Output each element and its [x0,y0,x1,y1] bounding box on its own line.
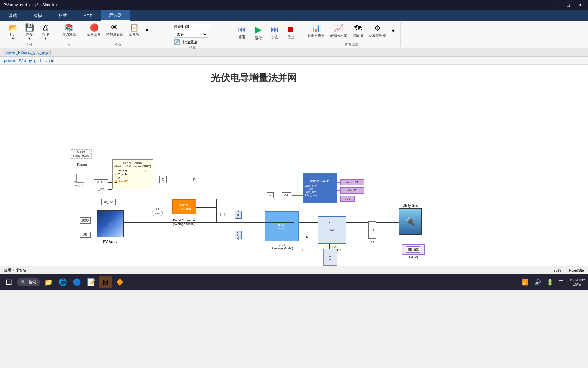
iabc-b1-block[interactable]: Iabc_B1 [340,187,364,194]
tab-model[interactable]: 建模 [25,10,50,21]
print-button[interactable]: 🖨 打印 ▼ [38,22,53,42]
uref-in: Uref [305,187,317,190]
tab-scope[interactable]: 示波器 [101,10,130,21]
sim-run-group: ⏮ 步退 ▶ 运行 ⏭ 步进 ⏹ 停止 [232,22,301,47]
mode-row: 加速 普通 [174,31,211,38]
logic-analyzer-button[interactable]: 📈 逻辑分析仪 [328,22,349,40]
vdc-signal-block[interactable]: Vdc [282,192,291,198]
ime-icon[interactable]: 中 [557,277,566,287]
stop-button[interactable]: ⏹ 停止 [283,23,298,41]
minimize-button[interactable]: ─ [553,2,561,9]
step-back-button[interactable]: ⏮ 步退 [234,23,249,41]
abc-block-1[interactable]: ABC [235,211,242,219]
mppt-params-block[interactable]: MPPT Parameters [71,149,92,159]
data-inspector-button[interactable]: 📊 数据检查器 [306,22,327,40]
stop-time-input[interactable] [191,24,211,30]
taskbar-edge-icon[interactable]: 🌐 [56,276,69,288]
taskbar-chrome-icon[interactable]: 🔵 [71,276,83,288]
signal-table-button[interactable]: 📋 信号表 [127,22,142,38]
record-icon: 🔴 [89,24,99,31]
transformer-block[interactable]: ⊃⊂ [318,216,346,244]
v-measurement-block[interactable]: v [267,192,274,198]
bird-view-button[interactable]: 🗺 鸟瞰图 [350,22,365,40]
taskbar: ⊞ 🔍 搜索 📁 🌐 🔵 📝 M 🔶 📶 🔊 🔋 中 USD/CNY 19% [0,274,588,290]
taskbar-files-icon[interactable]: 📁 [42,276,54,288]
library-browser-button[interactable]: 📚 库浏览器 [60,22,78,38]
record-signal-button[interactable]: 🔴 记录信号 [85,22,103,38]
library-label: 库浏览器 [62,32,76,37]
wire-boost-junction [196,207,216,208]
p-display-block[interactable]: 90.53 [402,244,425,255]
quick-restart-row: 🔄 快速重启 [174,39,211,45]
boost-avg-block[interactable]: Boost (Average) [172,199,196,214]
tab-format[interactable]: 格式 [50,10,76,21]
val-25: 25 [83,233,87,237]
kvar-symbol2: ⊥ [329,257,331,260]
i-pv-block[interactable]: I_PV [94,186,108,192]
val-25-block[interactable]: 25 [80,232,91,238]
open-label: 打开 [10,32,16,37]
val-1000-block[interactable]: 1000 [80,217,91,224]
d-block-1[interactable]: D [159,176,167,183]
run-button[interactable]: ▶ 运行 [251,22,266,42]
close-button[interactable]: ✕ [575,2,585,9]
network-icon[interactable]: 📶 [521,278,530,287]
taskbar-word-icon[interactable]: 📝 [85,276,97,288]
mppt-params-line1: MPPT [73,151,89,154]
v-pv-block[interactable]: V_PV [94,179,108,185]
mppt-control-box[interactable]: MPPT Control(Perturb & Observe MPPT) → P… [112,159,153,189]
start-button[interactable]: ⊞ [3,276,15,288]
kvar-block[interactable]: ⊥ ⊥ [323,249,337,266]
vdc-block-1[interactable]: Vdc [340,196,355,202]
sim-manager-button[interactable]: ⚙ 仿真管理器 [367,22,388,40]
open-button[interactable]: 📂 打开 ▼ [5,22,20,42]
v-pv-label: V_PV [97,181,104,184]
wire-param-mppt [91,165,112,165]
vabc-b1-block[interactable]: Vabc_B1 [340,179,364,185]
save-button[interactable]: 💾 保存 ▼ [22,22,37,42]
pv-array-block[interactable]: ☀ [97,210,124,237]
prepare-group: 🔴 记录信号 👁 添加查看器 📋 信号表 ▼ 准备 [82,22,154,47]
vsc-control1-block[interactable]: VSC Control1 Vabc_prim Uref Vdc_mes Iabc… [303,173,337,203]
tab-app[interactable]: APP [76,10,101,21]
statusbar: 查看 1 个警告 78% FixedSte [0,266,588,274]
taskbar-matlab2-icon[interactable]: 🔶 [114,276,126,288]
search-bar[interactable]: 🔍 搜索 [17,278,40,286]
save-icon: 💾 [25,24,34,31]
l1-block[interactable]: ~~~ [152,211,163,216]
maximize-button[interactable]: □ [564,2,572,9]
sim-mode-select[interactable]: 加速 普通 [174,31,208,38]
capacitor-symbol: ⊥⊤ [218,212,227,217]
breadcrumb-tab[interactable]: power_PVarray_grid_avg [3,50,51,55]
print-label: 打印 [42,32,49,37]
taskbar-matlab-icon[interactable]: M [99,276,112,288]
enable-block-rect[interactable] [76,174,83,183]
ribbon: 📂 打开 ▼ 💾 保存 ▼ 🖨 打印 ▼ 文件 📚 库浏览器 库 [0,21,588,48]
utility-grid-block[interactable]: 🔌 [399,208,422,235]
b1-block[interactable]: B1 [368,221,376,239]
library-buttons: 📚 库浏览器 [60,22,78,38]
view-results-expand[interactable]: ▼ [389,27,397,35]
add-viewer-icon: 👁 [111,24,118,31]
mppt-input-labels: → Param → Enabled → V 🔔 PandO [114,169,129,183]
l-block[interactable]: L [304,227,310,247]
battery-icon[interactable]: 🔋 [545,278,555,287]
prepare-expand[interactable]: ▼ [143,26,151,35]
system-tray: 📶 🔊 🔋 中 USD/CNY 19% [521,277,585,287]
volume-icon[interactable]: 🔊 [533,278,542,287]
clock[interactable]: USD/CNY 19% [568,278,585,286]
vsc-avg-block[interactable]: VSC 5 E C [265,211,299,241]
library-group-label: 库 [67,42,71,47]
add-viewer-button[interactable]: 👁 添加查看器 [104,22,125,38]
kvar-symbol: ⊥ [329,254,331,257]
zoom-level: 78% [554,268,561,272]
d-block-2[interactable]: D [191,176,198,183]
m-pv-block[interactable]: m_PV [101,199,116,205]
sim-manager-icon: ⚙ [374,24,381,33]
utility-grid-symbol: 🔌 [405,217,415,226]
pv-array-img-content: ☀ [109,223,112,226]
tab-debug[interactable]: 调试 [0,10,25,21]
step-forward-button[interactable]: ⏭ 步进 [267,23,282,41]
param-block[interactable]: Param [73,161,91,168]
abc-block-2[interactable]: ABC [235,231,242,239]
